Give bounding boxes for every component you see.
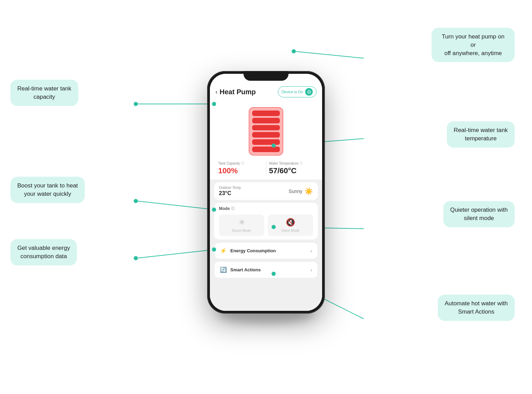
- dot-capacity-end: [134, 102, 138, 106]
- water-temperature-value: 57/60°C: [269, 166, 314, 175]
- sun-icon: ☀️: [304, 187, 313, 195]
- weather-label: Sunny: [289, 189, 302, 194]
- smart-arrow-icon: ›: [310, 267, 312, 273]
- silent-icon: 🔇: [286, 218, 295, 227]
- boost-mode-label: Boost Mode: [232, 229, 251, 233]
- energy-item-left: ⚡ Energy Consumption: [220, 247, 276, 254]
- tank-bar-4: [252, 132, 280, 138]
- smart-actions-label: Smart Actions: [230, 267, 261, 272]
- dot-temperature: [272, 143, 276, 148]
- header-left: ‹ Heat Pump: [215, 88, 256, 96]
- annotation-silent: Quieter operation withsilent mode: [443, 201, 515, 227]
- outdoor-section: Outdoor Temp. 23°C Sunny ☀️: [214, 182, 318, 200]
- annotation-capacity: Real-time water tankcapacity: [10, 80, 78, 106]
- outdoor-info: Outdoor Temp. 23°C: [219, 186, 242, 196]
- tank-capacity-label: Tank Capacity ⓘ: [218, 161, 263, 166]
- annotation-smart-actions: Automate hot water withSmart Actions: [438, 295, 515, 321]
- tank-bar-5: [252, 139, 280, 145]
- tank-bar-3: [252, 125, 280, 131]
- tank-section: [210, 102, 322, 158]
- stats-row: Tank Capacity ⓘ 100% Water Temperature ⓘ…: [210, 158, 322, 180]
- tank-bar-2: [252, 118, 280, 123]
- dot-energy: [212, 247, 216, 252]
- svg-line-3: [137, 201, 215, 210]
- annotation-turn-on-off: Turn your heat pump on oroff anywhere, a…: [432, 28, 515, 62]
- energy-label: Energy Consumption: [230, 248, 276, 253]
- screen-content: ‹ Heat Pump Device is On ⏻: [210, 74, 322, 311]
- mode-section: Mode ⓘ ✳ Boost Mode 🔇 Silent Mode: [214, 203, 318, 239]
- outdoor-value: 23°C: [219, 190, 242, 196]
- svg-line-5: [137, 249, 215, 258]
- silent-mode-label: Silent Mode: [281, 229, 300, 233]
- boost-icon: ✳: [239, 218, 245, 227]
- mode-buttons: ✳ Boost Mode 🔇 Silent Mode: [219, 214, 313, 236]
- water-temperature-label: Water Temperature ⓘ: [269, 161, 314, 166]
- page-title: Heat Pump: [220, 88, 256, 96]
- tank-capacity-value: 100%: [218, 166, 263, 175]
- dot-boost: [212, 208, 216, 212]
- water-temperature-block: Water Temperature ⓘ 57/60°C: [266, 161, 317, 175]
- smart-actions-item[interactable]: 🔄 Smart Actions ›: [214, 261, 318, 278]
- tank-visual: [249, 107, 283, 156]
- phone-screen: ‹ Heat Pump Device is On ⏻: [210, 74, 322, 311]
- boost-mode-button[interactable]: ✳ Boost Mode: [219, 214, 264, 236]
- annotation-boost: Boost your tank to heatyour water quickl…: [10, 177, 85, 203]
- energy-consumption-item[interactable]: ⚡ Energy Consumption ›: [214, 242, 318, 259]
- dot-capacity: [212, 102, 216, 106]
- tank-capacity-block: Tank Capacity ⓘ 100%: [215, 161, 266, 175]
- mode-label: Mode ⓘ: [219, 206, 313, 211]
- energy-icon: ⚡: [220, 247, 227, 254]
- smart-item-left: 🔄 Smart Actions: [220, 266, 261, 273]
- dot-silent: [272, 225, 276, 229]
- annotation-energy: Get valuable energyconsumption data: [10, 239, 77, 265]
- device-status-label: Device is On: [282, 90, 303, 94]
- dot-smart: [272, 272, 276, 276]
- phone-device: ‹ Heat Pump Device is On ⏻: [207, 71, 325, 314]
- power-icon[interactable]: ⏻: [305, 88, 313, 96]
- dot-boost-end: [134, 199, 138, 203]
- svg-line-0: [294, 51, 364, 58]
- outdoor-weather: Sunny ☀️: [289, 187, 313, 195]
- outdoor-label: Outdoor Temp.: [219, 186, 242, 190]
- phone-notch: [243, 71, 289, 81]
- tank-bar-6: [252, 147, 280, 152]
- energy-arrow-icon: ›: [310, 248, 312, 254]
- dot-energy-end: [134, 256, 138, 260]
- annotation-temperature: Real-time water tanktemperature: [447, 121, 515, 148]
- dot-toggle: [292, 49, 296, 53]
- device-toggle[interactable]: Device is On ⏻: [278, 86, 317, 97]
- back-button[interactable]: ‹: [215, 88, 218, 96]
- smart-actions-icon: 🔄: [220, 266, 227, 273]
- tank-bar-1: [252, 111, 280, 116]
